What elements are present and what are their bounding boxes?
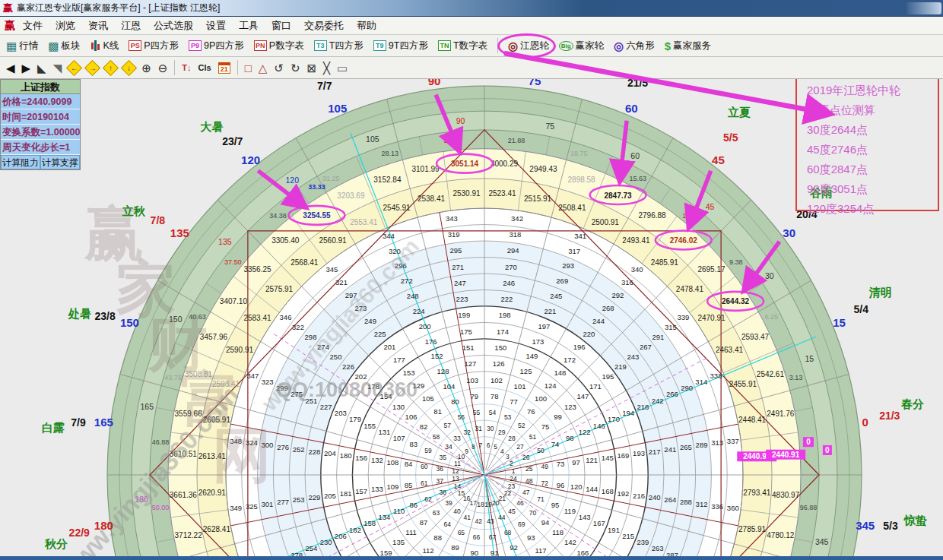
toolbar-button-9T四方形[interactable]: T99T四方形	[373, 40, 428, 52]
tool-button-16[interactable]: △	[259, 62, 268, 74]
menu-item-0[interactable]: 文件	[23, 19, 43, 33]
toolbar-button-T四方形[interactable]: T3T四方形	[314, 40, 364, 52]
toolbar-button-赢家轮[interactable]: Big赢家轮	[559, 40, 604, 52]
toolbar-button-P数字表[interactable]: PNP数字表	[254, 40, 304, 52]
svg-text:118: 118	[552, 528, 564, 536]
toolbar-button-9P四方形[interactable]: P99P四方形	[189, 40, 244, 52]
svg-text:158: 158	[364, 519, 376, 527]
svg-text:90: 90	[428, 79, 441, 87]
menu-item-3[interactable]: 江恩	[121, 19, 141, 33]
tool-button-0[interactable]: ◀	[6, 62, 15, 74]
svg-text:96: 96	[557, 481, 565, 489]
tool-button-19[interactable]: ⊠	[306, 62, 316, 74]
svg-text:23/7: 23/7	[222, 135, 243, 147]
tool-button-12[interactable]: Cls	[198, 64, 211, 72]
svg-text:惊蛰: 惊蛰	[903, 514, 927, 527]
svg-text:288: 288	[680, 498, 692, 506]
svg-text:276: 276	[277, 443, 289, 451]
svg-text:271: 271	[452, 263, 464, 271]
toolbar-label: 9P四方形	[204, 40, 244, 52]
svg-text:12: 12	[452, 467, 459, 475]
svg-text:167: 167	[593, 519, 605, 527]
tool-button-20[interactable]: ╳	[323, 62, 330, 74]
diamond-arrow-button[interactable]: ↓	[121, 59, 137, 75]
svg-text:72: 72	[541, 479, 549, 487]
svg-text:105: 105	[422, 394, 434, 403]
svg-text:290: 290	[681, 384, 693, 392]
calc-support-button[interactable]: 计算支撑	[40, 155, 80, 169]
svg-text:65: 65	[458, 529, 465, 536]
toolbar-button-板块[interactable]: ▩板块	[48, 40, 80, 52]
svg-text:199: 199	[458, 311, 470, 319]
diamond-arrow-button[interactable]: →	[84, 59, 100, 75]
svg-text:150: 150	[120, 316, 139, 329]
svg-text:2448.41: 2448.41	[738, 416, 767, 424]
svg-text:120: 120	[285, 176, 299, 185]
svg-text:215: 215	[622, 532, 634, 540]
tool-button-15[interactable]: □	[245, 62, 252, 74]
toolbar-button-六角形[interactable]: ◎六角形	[614, 40, 655, 52]
svg-text:102: 102	[491, 376, 503, 384]
svg-text:19: 19	[484, 501, 492, 508]
calendar-button[interactable]: 21	[218, 62, 230, 74]
toolbar-button-江恩轮[interactable]: ◎江恩轮	[508, 40, 549, 52]
tool-button-21[interactable]: ▭	[337, 62, 348, 74]
svg-text:66: 66	[473, 533, 481, 541]
menu-item-7[interactable]: 窗口	[271, 19, 291, 33]
svg-text:224: 224	[413, 307, 425, 315]
tool-button-18[interactable]: ↻	[291, 62, 300, 74]
svg-text:216: 216	[633, 492, 645, 500]
toolbar-button-赢家服务[interactable]: $赢家服务	[665, 40, 711, 52]
menu-item-9[interactable]: 帮助	[357, 19, 376, 33]
svg-text:2440.91: 2440.91	[772, 451, 800, 459]
tool-button-8[interactable]: ⊕	[141, 62, 151, 74]
tool-button-11[interactable]: T↓	[182, 64, 191, 72]
svg-text:45: 45	[712, 153, 725, 166]
tool-button-1[interactable]: ▶	[22, 62, 31, 74]
svg-text:79: 79	[471, 392, 479, 400]
menu-item-8[interactable]: 交易委托	[304, 19, 344, 33]
badge-icon: PS	[129, 40, 141, 51]
svg-text:3.13: 3.13	[789, 374, 803, 381]
svg-text:45: 45	[706, 202, 715, 211]
svg-text:75: 75	[529, 79, 541, 87]
menu-item-4[interactable]: 公式选股	[154, 19, 193, 33]
menu-item-5[interactable]: 设置	[206, 19, 226, 33]
menu-item-1[interactable]: 浏览	[56, 19, 75, 33]
svg-text:219: 219	[614, 362, 627, 371]
toolbar-button-行情[interactable]: ▦行情	[6, 40, 38, 52]
badge-icon: T3	[314, 40, 327, 51]
menu-item-6[interactable]: 工具	[239, 19, 259, 33]
tool-button-3[interactable]: ◥	[53, 62, 62, 74]
svg-text:9: 9	[465, 448, 468, 455]
svg-text:88: 88	[433, 533, 442, 542]
tool-button-17[interactable]: ↺	[274, 62, 284, 74]
svg-text:263: 263	[652, 544, 664, 552]
svg-text:3051.14: 3051.14	[451, 160, 479, 168]
svg-text:149: 149	[526, 352, 538, 360]
menu-item-2[interactable]: 资讯	[88, 19, 108, 33]
toolbar-button-T数字表[interactable]: TNT数字表	[438, 40, 487, 52]
diamond-arrow-button[interactable]: ←	[66, 59, 82, 75]
toolbar-button-K线[interactable]: K线	[90, 40, 119, 52]
svg-text:226: 226	[342, 362, 354, 371]
svg-text:5/4: 5/4	[853, 303, 868, 315]
window-controls[interactable]	[906, 2, 941, 14]
tool-button-2[interactable]: ◣	[37, 62, 46, 74]
toolbar-button-P四方形[interactable]: PSP四方形	[129, 40, 179, 52]
diamond-arrow-button[interactable]: ↑	[103, 59, 119, 75]
annotation-line: 45度2746点	[807, 140, 932, 160]
calc-resistance-button[interactable]: 计算阻力	[1, 155, 40, 169]
svg-text:立夏: 立夏	[727, 106, 751, 119]
svg-text:0: 0	[862, 416, 868, 429]
svg-text:67: 67	[489, 533, 497, 541]
svg-text:294: 294	[507, 246, 519, 255]
svg-text:57: 57	[444, 422, 452, 429]
svg-text:146: 146	[593, 422, 605, 430]
svg-text:132: 132	[371, 456, 383, 464]
tool-button-9[interactable]: ⊖	[158, 62, 168, 74]
svg-text:0: 0	[825, 446, 830, 454]
toolbar-label: 板块	[61, 40, 80, 52]
svg-text:292: 292	[611, 291, 624, 299]
svg-text:142: 142	[564, 538, 576, 546]
